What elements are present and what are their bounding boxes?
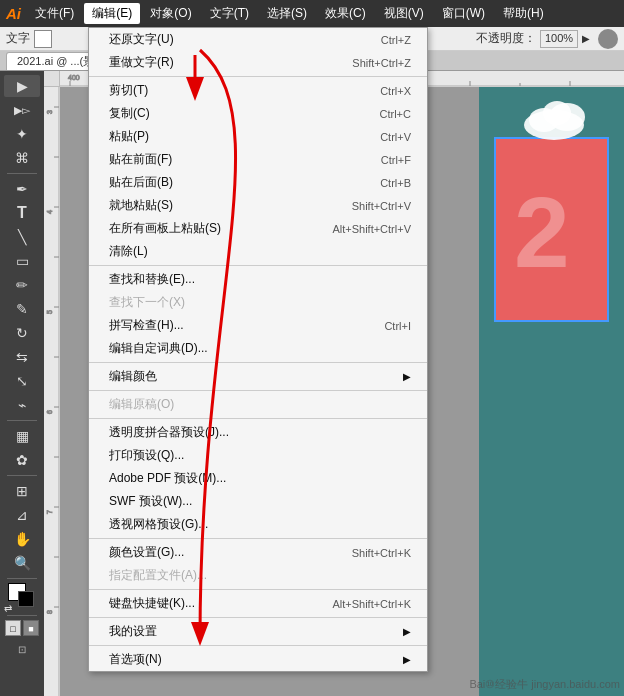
warp-tool[interactable]: ⌁: [4, 394, 40, 416]
sep-7: [89, 589, 427, 590]
sep-5: [89, 418, 427, 419]
menu-custom-dict[interactable]: 编辑自定词典(D)...: [89, 337, 427, 360]
change-screen-mode[interactable]: ⊡: [4, 638, 40, 660]
text-tool[interactable]: T: [4, 202, 40, 224]
tool-sep-4: [7, 578, 37, 579]
edit-colors-arrow-icon: ▶: [403, 371, 411, 382]
menu-object[interactable]: 对象(O): [142, 3, 199, 24]
pen-tool[interactable]: ✒: [4, 178, 40, 200]
menu-cut[interactable]: 剪切(T) Ctrl+X: [89, 79, 427, 102]
menu-print-preset[interactable]: 打印预设(Q)...: [89, 444, 427, 467]
graph-tool[interactable]: ▦: [4, 425, 40, 447]
menu-paste-all[interactable]: 在所有画板上粘贴(S) Alt+Shift+Ctrl+V: [89, 217, 427, 240]
lasso-tool[interactable]: ⌘: [4, 147, 40, 169]
opacity-value[interactable]: 100%: [540, 30, 578, 48]
menu-effect[interactable]: 效果(C): [317, 3, 374, 24]
toolbar-color-swatch[interactable]: [34, 30, 52, 48]
sep-4: [89, 390, 427, 391]
menu-view[interactable]: 视图(V): [376, 3, 432, 24]
menu-copy[interactable]: 复制(C) Ctrl+C: [89, 102, 427, 125]
menubar: 文件(F) 编辑(E) 对象(O) 文字(T) 选择(S) 效果(C) 视图(V…: [27, 3, 618, 24]
menu-paste-front[interactable]: 贴在前面(F) Ctrl+F: [89, 148, 427, 171]
menu-select[interactable]: 选择(S): [259, 3, 315, 24]
menu-find-replace[interactable]: 查找和替换(E)...: [89, 268, 427, 291]
opacity-arrow-icon[interactable]: ▶: [582, 33, 590, 44]
direct-selection-tool[interactable]: ▶▻: [4, 99, 40, 121]
fullscreen-mode-btn[interactable]: ■: [23, 620, 39, 636]
menu-paste[interactable]: 粘贴(P) Ctrl+V: [89, 125, 427, 148]
svg-text:8: 8: [46, 610, 53, 614]
sep-2: [89, 265, 427, 266]
app-logo: Ai: [6, 5, 21, 22]
opacity-control: 不透明度： 100% ▶: [476, 30, 590, 48]
menu-text[interactable]: 文字(T): [202, 3, 257, 24]
scale-tool[interactable]: ⤡: [4, 370, 40, 392]
menu-color-settings[interactable]: 颜色设置(G)... Shift+Ctrl+K: [89, 541, 427, 564]
normal-mode-btn[interactable]: □: [5, 620, 21, 636]
menu-edit[interactable]: 编辑(E): [84, 3, 140, 24]
my-settings-arrow-icon: ▶: [403, 626, 411, 637]
menu-redo[interactable]: 重做文字(R) Shift+Ctrl+Z: [89, 51, 427, 74]
tool-sep-1: [7, 173, 37, 174]
ruler-corner: [44, 71, 60, 87]
svg-point-35: [543, 101, 571, 125]
left-toolbar: ▶ ▶▻ ✦ ⌘ ✒ T ╲ ▭ ✏ ✎ ↻ ⇆ ⤡ ⌁ ▦ ✿ ⊞ ⊿ ✋ 🔍…: [0, 71, 44, 696]
tool-sep-3: [7, 475, 37, 476]
edit-menu[interactable]: 还原文字(U) Ctrl+Z 重做文字(R) Shift+Ctrl+Z 剪切(T…: [88, 27, 428, 672]
pencil-tool[interactable]: ✎: [4, 298, 40, 320]
line-tool[interactable]: ╲: [4, 226, 40, 248]
menu-paste-back[interactable]: 贴在后面(B) Ctrl+B: [89, 171, 427, 194]
rotate-tool[interactable]: ↻: [4, 322, 40, 344]
toolbar-text-label: 文字: [6, 30, 30, 47]
menu-window[interactable]: 窗口(W): [434, 3, 493, 24]
menu-edit-original[interactable]: 编辑原稿(O): [89, 393, 427, 416]
sep-9: [89, 645, 427, 646]
symbol-tool[interactable]: ✿: [4, 449, 40, 471]
svg-text:3: 3: [46, 110, 53, 114]
svg-text:4: 4: [46, 210, 53, 214]
menu-keyboard-shortcuts[interactable]: 键盘快捷键(K)... Alt+Shift+Ctrl+K: [89, 592, 427, 615]
mode-buttons: □ ■: [5, 620, 39, 636]
watermark: Bai⑩经验牛 jingyan.baidu.com: [469, 677, 620, 692]
svg-text:6: 6: [46, 410, 53, 414]
reflect-tool[interactable]: ⇆: [4, 346, 40, 368]
magic-wand-tool[interactable]: ✦: [4, 123, 40, 145]
opacity-label: 不透明度：: [476, 30, 536, 47]
toolbar-circle-btn[interactable]: [598, 29, 618, 49]
artboard-tool[interactable]: ⊞: [4, 480, 40, 502]
tool-sep-2: [7, 420, 37, 421]
menu-edit-colors[interactable]: 编辑颜色 ▶: [89, 365, 427, 388]
menu-spell-check[interactable]: 拼写检查(H)... Ctrl+I: [89, 314, 427, 337]
menu-file[interactable]: 文件(F): [27, 3, 82, 24]
stroke-swatch[interactable]: [18, 591, 34, 607]
slice-tool[interactable]: ⊿: [4, 504, 40, 526]
svg-text:7: 7: [46, 510, 53, 514]
hand-tool[interactable]: ✋: [4, 528, 40, 550]
menu-my-settings[interactable]: 我的设置 ▶: [89, 620, 427, 643]
menu-help[interactable]: 帮助(H): [495, 3, 552, 24]
left-ruler-svg: 3 4 5 6 7 8: [44, 87, 60, 696]
menu-find-next[interactable]: 查找下一个(X): [89, 291, 427, 314]
zoom-tool[interactable]: 🔍: [4, 552, 40, 574]
swap-icon[interactable]: ⇄: [4, 603, 12, 614]
svg-text:400: 400: [68, 74, 80, 81]
menu-swf-preset[interactable]: SWF 预设(W)...: [89, 490, 427, 513]
menu-pdf-preset[interactable]: Adobe PDF 预设(M)...: [89, 467, 427, 490]
menu-preferences[interactable]: 首选项(N) ▶: [89, 648, 427, 671]
number-2: 2: [514, 182, 570, 282]
sep-1: [89, 76, 427, 77]
menu-perspective-preset[interactable]: 透视网格预设(G)...: [89, 513, 427, 536]
menu-transparency-preset[interactable]: 透明度拼合器预设(J)...: [89, 421, 427, 444]
menu-clear[interactable]: 清除(L): [89, 240, 427, 263]
selection-tool[interactable]: ▶: [4, 75, 40, 97]
left-ruler: 3 4 5 6 7 8: [44, 87, 60, 696]
sep-8: [89, 617, 427, 618]
paintbrush-tool[interactable]: ✏: [4, 274, 40, 296]
menu-assign-profile[interactable]: 指定配置文件(A)...: [89, 564, 427, 587]
sep-3: [89, 362, 427, 363]
menu-undo[interactable]: 还原文字(U) Ctrl+Z: [89, 28, 427, 51]
preferences-arrow-icon: ▶: [403, 654, 411, 665]
rect-tool[interactable]: ▭: [4, 250, 40, 272]
artboard-pink: 2: [494, 137, 609, 322]
menu-paste-in-place[interactable]: 就地粘贴(S) Shift+Ctrl+V: [89, 194, 427, 217]
